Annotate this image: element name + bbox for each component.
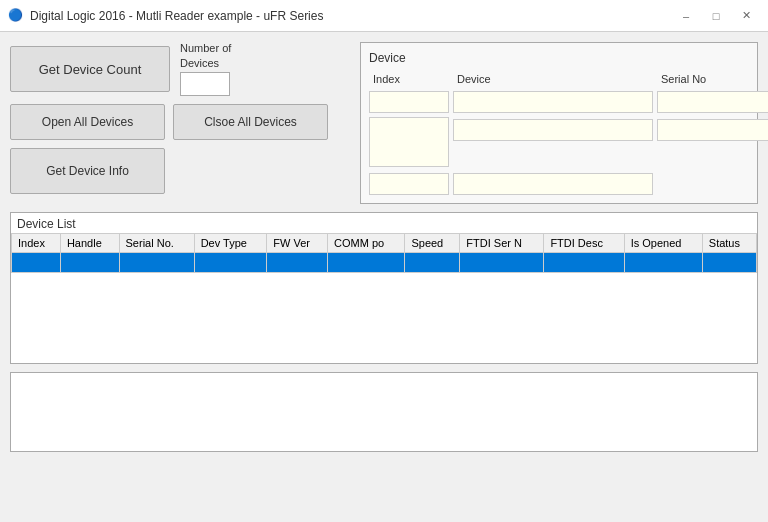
device-grid: Index Device Serial No xyxy=(369,71,749,195)
open-all-devices-button[interactable]: Open All Devices xyxy=(10,104,165,140)
cell-index xyxy=(12,253,61,273)
title-bar-title: Digital Logic 2016 - Mutli Reader exampl… xyxy=(30,9,323,23)
cell-devtype xyxy=(194,253,267,273)
col-ftdi-desc: FTDI Desc xyxy=(544,234,624,253)
col-serial: Serial No. xyxy=(119,234,194,253)
device-list-section: Device List Index Handle Serial No. Dev … xyxy=(10,212,758,364)
device-list-wrapper[interactable]: Index Handle Serial No. Dev Type FW Ver … xyxy=(11,233,757,363)
cell-serial xyxy=(119,253,194,273)
get-device-count-button[interactable]: Get Device Count xyxy=(10,46,170,92)
row1: Get Device Count Number of Devices xyxy=(10,42,350,96)
log-area[interactable] xyxy=(10,372,758,452)
device-serial-field-1 xyxy=(657,91,768,113)
get-device-info-button[interactable]: Get Device Info xyxy=(10,148,165,194)
col-index: Index xyxy=(12,234,61,253)
cell-is-opened xyxy=(624,253,702,273)
row3: Get Device Info xyxy=(10,148,350,194)
main-content: Get Device Count Number of Devices Open … xyxy=(0,32,768,522)
title-bar-left: 🔵 Digital Logic 2016 - Mutli Reader exam… xyxy=(8,8,323,24)
minimize-button[interactable]: – xyxy=(672,6,700,26)
device-panel-title: Device xyxy=(369,51,749,65)
device-panel: Device Index Device Serial No xyxy=(360,42,758,204)
cell-handle xyxy=(60,253,119,273)
cell-commport xyxy=(328,253,405,273)
row2: Open All Devices Clsoe All Devices xyxy=(10,104,350,140)
device-serial-field-2 xyxy=(657,119,768,141)
col-fwver: FW Ver xyxy=(267,234,328,253)
device-table-header-row: Index Handle Serial No. Dev Type FW Ver … xyxy=(12,234,757,253)
device-list-title: Device List xyxy=(11,213,757,233)
col-handle: Handle xyxy=(60,234,119,253)
table-row[interactable] xyxy=(12,253,757,273)
device-name-field-3 xyxy=(369,173,449,195)
col-ftdi-ser: FTDI Ser N xyxy=(460,234,544,253)
number-of-devices-label2: Devices xyxy=(180,57,219,70)
number-of-devices-input[interactable] xyxy=(180,72,230,96)
col-speed: Speed xyxy=(405,234,460,253)
device-col-serial-header: Serial No xyxy=(657,71,768,87)
number-of-devices-group: Number of Devices xyxy=(180,42,231,96)
col-commport: COMM po xyxy=(328,234,405,253)
title-bar: 🔵 Digital Logic 2016 - Mutli Reader exam… xyxy=(0,0,768,32)
col-devtype: Dev Type xyxy=(194,234,267,253)
device-table: Index Handle Serial No. Dev Type FW Ver … xyxy=(11,233,757,273)
cell-fwver xyxy=(267,253,328,273)
cell-ftdi-ser xyxy=(460,253,544,273)
cell-status xyxy=(702,253,756,273)
cell-ftdi-desc xyxy=(544,253,624,273)
close-all-devices-button[interactable]: Clsoe All Devices xyxy=(173,104,328,140)
top-area: Get Device Count Number of Devices Open … xyxy=(10,42,758,204)
device-name-field-2 xyxy=(453,119,653,141)
col-status: Status xyxy=(702,234,756,253)
title-bar-controls[interactable]: – □ ✕ xyxy=(672,6,760,26)
device-col-device-header: Device xyxy=(453,71,653,87)
device-index-field-1 xyxy=(369,91,449,113)
device-serial-field-3 xyxy=(453,173,653,195)
col-is-opened: Is Opened xyxy=(624,234,702,253)
device-index-field-2 xyxy=(369,117,449,167)
left-panel: Get Device Count Number of Devices Open … xyxy=(10,42,350,194)
device-col-index-header: Index xyxy=(369,71,449,87)
cell-speed xyxy=(405,253,460,273)
maximize-button[interactable]: □ xyxy=(702,6,730,26)
number-of-devices-label1: Number of xyxy=(180,42,231,55)
device-name-field-1 xyxy=(453,91,653,113)
close-button[interactable]: ✕ xyxy=(732,6,760,26)
app-icon: 🔵 xyxy=(8,8,24,24)
